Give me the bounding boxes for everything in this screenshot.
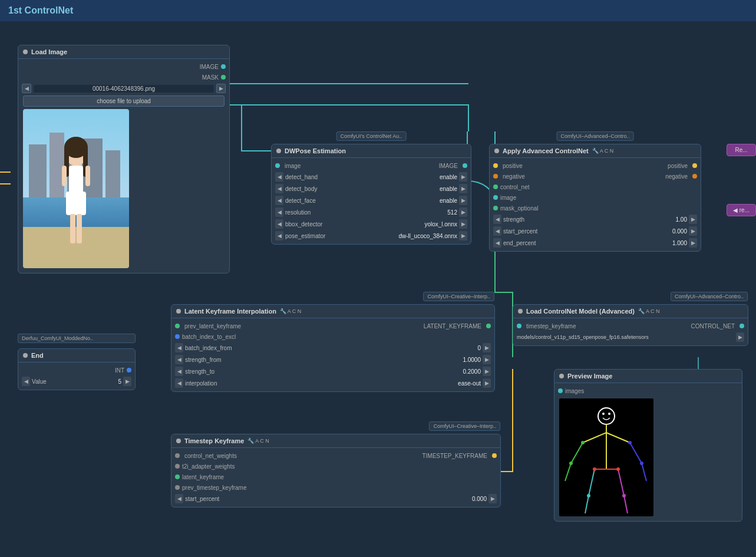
port-cnw-label: control_net_weights bbox=[184, 453, 237, 459]
re-button-1[interactable]: Re... bbox=[727, 144, 756, 156]
strength-from-dec[interactable]: ◀ bbox=[175, 355, 183, 364]
detect-hand-label: detect_hand bbox=[285, 174, 371, 180]
ts-start-percent-inc[interactable]: ▶ bbox=[488, 494, 497, 503]
bbox-value: yolox_l.onnx bbox=[372, 221, 458, 228]
preview-status-dot bbox=[559, 374, 564, 378]
comfyui-creative-tag-1: ComfyUI–Creative–Interp.. bbox=[423, 292, 494, 301]
detect-hand-dec[interactable]: ◀ bbox=[275, 172, 283, 182]
detect-body-inc[interactable]: ▶ bbox=[459, 184, 467, 193]
next-image-btn[interactable]: ▶ bbox=[216, 84, 226, 93]
port-row-prev-timestep: prev_timestep_keyframe bbox=[171, 482, 500, 493]
model-selector-btn[interactable]: ▶ bbox=[736, 332, 744, 342]
value-field: ◀ Value 5 ▶ bbox=[18, 375, 135, 387]
interpolation-inc[interactable]: ▶ bbox=[483, 378, 491, 388]
detect-face-value: enable bbox=[372, 197, 458, 204]
svg-point-41 bbox=[587, 494, 590, 497]
end-title: End bbox=[31, 352, 44, 359]
apply-cn-status-dot bbox=[494, 149, 499, 153]
image-filename: 00016-4062348396.png bbox=[34, 85, 214, 93]
value-decrement[interactable]: ◀ bbox=[22, 377, 30, 386]
pose-inc[interactable]: ▶ bbox=[459, 231, 467, 240]
strength-from-inc[interactable]: ▶ bbox=[483, 355, 491, 364]
port-mask-dot bbox=[221, 75, 226, 80]
start-percent-dec[interactable]: ◀ bbox=[493, 226, 501, 236]
port-row-negative: negative negative bbox=[490, 171, 701, 182]
bbox-detector-field: ◀ bbox_detector yolox_l.onnx ▶ bbox=[272, 218, 471, 230]
port-image-in-dot bbox=[275, 163, 280, 168]
re-button-2[interactable]: ◀ re... bbox=[727, 204, 756, 216]
detect-body-dec[interactable]: ◀ bbox=[275, 184, 283, 193]
end-percent-dec[interactable]: ◀ bbox=[493, 238, 501, 248]
latent-kf-badges: 🔧 A C N bbox=[280, 308, 302, 314]
value-display: 5 bbox=[98, 378, 121, 385]
port-row-positive: positive positive bbox=[490, 160, 701, 171]
end-percent-label: end_percent bbox=[503, 240, 662, 246]
pose-dec[interactable]: ◀ bbox=[275, 231, 283, 240]
bbox-inc[interactable]: ▶ bbox=[459, 219, 467, 229]
port-ts-kf-in-dot bbox=[517, 324, 521, 328]
dwpose-node: ComfyUI's ControlNet Au.. DWPose Estimat… bbox=[271, 144, 471, 245]
port-negative-out-dot bbox=[692, 174, 697, 179]
port-row-int: INT bbox=[18, 365, 135, 375]
ts-start-percent-dec[interactable]: ◀ bbox=[175, 494, 183, 503]
end-percent-field: ◀ end_percent 1.000 ▶ bbox=[490, 237, 701, 249]
bbox-label: bbox_detector bbox=[285, 221, 371, 228]
detect-face-inc[interactable]: ▶ bbox=[459, 196, 467, 205]
end-percent-inc[interactable]: ▶ bbox=[689, 238, 697, 248]
strength-value: 1.00 bbox=[663, 216, 687, 223]
model-selector-field: models/control_v11p_sd15_openpose_fp16.s… bbox=[513, 331, 748, 343]
svg-point-36 bbox=[628, 441, 632, 444]
strength-to-inc[interactable]: ▶ bbox=[483, 367, 491, 376]
port-latent-kf-out-label: LATENT_KEYFRAME bbox=[424, 323, 481, 329]
start-percent-label: start_percent bbox=[503, 228, 662, 235]
detect-face-label: detect_face bbox=[285, 197, 371, 204]
resolution-field: ◀ resolution 512 ▶ bbox=[272, 206, 471, 218]
port-control-net-label: control_net bbox=[500, 184, 697, 190]
value-increment[interactable]: ▶ bbox=[123, 377, 131, 386]
upload-button[interactable]: choose file to upload bbox=[23, 95, 225, 107]
port-mask-optional-label: mask_optional bbox=[500, 205, 697, 212]
port-row-mask-optional: mask_optional bbox=[490, 203, 701, 213]
port-t2i-dot bbox=[175, 464, 180, 469]
strength-field: ◀ strength 1.00 ▶ bbox=[490, 213, 701, 225]
interpolation-dec[interactable]: ◀ bbox=[175, 378, 183, 388]
ts-start-percent-label: start_percent bbox=[185, 496, 335, 502]
batch-index-from-dec[interactable]: ◀ bbox=[175, 343, 183, 352]
detect-face-dec[interactable]: ◀ bbox=[275, 196, 283, 205]
batch-index-from-label: batch_index_from bbox=[185, 345, 332, 351]
detect-hand-inc[interactable]: ▶ bbox=[459, 172, 467, 182]
batch-index-from-value: 0 bbox=[334, 345, 481, 351]
port-prev-timestep-dot bbox=[175, 485, 180, 490]
interpolation-value: ease-out bbox=[334, 380, 481, 387]
port-row-cnw: control_net_weights TIMESTEP_KEYFRAME bbox=[171, 450, 500, 461]
port-negative-in-label: negative bbox=[503, 173, 525, 180]
svg-rect-7 bbox=[23, 227, 129, 268]
load-cn-title: Load ControlNet Model (Advanced) bbox=[526, 308, 635, 315]
strength-dec[interactable]: ◀ bbox=[493, 215, 501, 224]
comfyui-advanced-label-1: ComfyUI–Advanced–Contro.. bbox=[560, 133, 629, 139]
derfuu-tag: Derfuu_ComfyUI_ModdedNo.. bbox=[18, 334, 136, 343]
image-thumbnail bbox=[23, 109, 129, 268]
latent-keyframe-node: ComfyUI–Creative–Interp.. Latent Keyfram… bbox=[171, 304, 495, 392]
svg-point-20 bbox=[602, 413, 605, 415]
latent-kf-title: Latent Keyframe Interpolation bbox=[184, 308, 276, 315]
batch-index-from-inc[interactable]: ▶ bbox=[483, 343, 491, 352]
resolution-dec[interactable]: ◀ bbox=[275, 207, 283, 217]
bbox-dec[interactable]: ◀ bbox=[275, 219, 283, 229]
start-percent-inc[interactable]: ▶ bbox=[689, 226, 697, 236]
prev-image-btn[interactable]: ◀ bbox=[22, 84, 31, 93]
load-image-node: Load Image IMAGE MASK ◀ 00016-4062348396… bbox=[18, 45, 230, 273]
port-batch-excl-label: batch_index_to_excl bbox=[182, 334, 491, 340]
strength-to-dec[interactable]: ◀ bbox=[175, 367, 183, 376]
port-row-latent-kf: latent_keyframe bbox=[171, 472, 500, 482]
svg-rect-12 bbox=[69, 166, 83, 195]
resolution-inc[interactable]: ▶ bbox=[459, 207, 467, 217]
node-status-dot bbox=[23, 50, 28, 54]
strength-to-value: 0.2000 bbox=[334, 368, 481, 375]
port-image-in-label: image bbox=[285, 163, 301, 169]
svg-rect-17 bbox=[85, 166, 90, 186]
strength-inc[interactable]: ▶ bbox=[689, 215, 697, 224]
load-cn-status-dot bbox=[518, 309, 523, 314]
detect-face-field: ◀ detect_face enable ▶ bbox=[272, 195, 471, 206]
dwpose-status-dot bbox=[276, 149, 281, 153]
